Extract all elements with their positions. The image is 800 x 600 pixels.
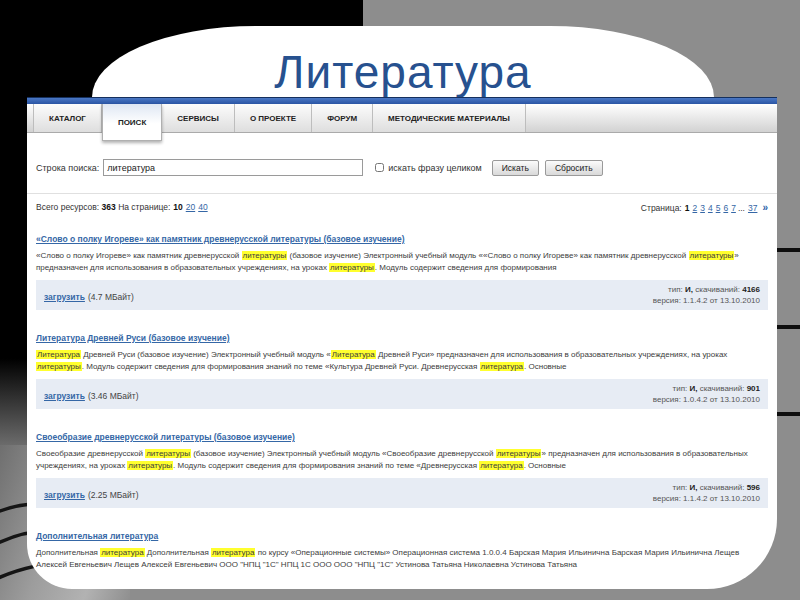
per-page-label: На странице: [118,202,170,212]
download-link[interactable]: загрузить [44,391,85,401]
reset-button[interactable]: Сбросить [545,160,603,176]
per-page-option[interactable]: 40 [198,202,207,212]
search-label: Строка поиска: [36,163,99,173]
search-term-highlight: литература [480,362,524,371]
page-link-last[interactable]: 37 [748,203,757,213]
total-label: Всего ресурсов: [36,202,99,212]
page-link[interactable]: 5 [716,203,721,213]
nav-tab[interactable]: КАТАЛОГ [33,104,102,132]
nav-tab[interactable]: ФОРУМ [312,104,373,132]
divider [27,193,777,194]
search-result: Дополнительная литератураДополнительная … [36,525,768,571]
results-meta-row: Всего ресурсов: 363 На странице:102040 С… [36,202,768,213]
download-link[interactable]: загрузить [44,490,85,500]
type-value: И, [685,285,693,294]
result-version: версия: 1.1.4.2 от 13.10.2010 [653,295,760,306]
highlighted-text: Литература Древней Руси (базовое изучени… [36,350,727,371]
result-title-link[interactable]: Своеобразие древнерусской литературы (ба… [36,432,295,442]
per-page-current: 10 [173,202,182,212]
per-page-options: 102040 [170,202,207,212]
site-tab-bar: КАТАЛОГПОИСКСЕРВИСЫО ПРОЕКТЕФОРУММЕТОДИЧ… [27,104,777,133]
search-term-highlight: литературы [127,461,173,470]
pagination: Страница:1234567...37» [641,202,768,213]
search-row: Строка поиска: искать фразу целиком Иска… [36,159,768,176]
page-link[interactable]: 6 [723,203,728,213]
search-term-highlight: литературы [145,449,191,458]
search-input[interactable] [103,159,363,176]
presentation-slide: Литература КАТАЛОГПОИСКСЕРВИСЫО ПРОЕКТЕФ… [0,0,800,600]
result-type-downloads: тип: И, скачиваний: 4166 [653,284,760,295]
file-size: (4.7 МБайт) [88,292,134,302]
type-value: И, [689,483,697,492]
result-title-link[interactable]: Литература Древней Руси (базовое изучени… [36,333,229,343]
highlighted-text: Дополнительная литература Дополнительная… [36,548,739,569]
total-count: 363 [102,202,116,212]
result-footer: загрузить(4.7 МБайт)тип: И, скачиваний: … [36,280,768,310]
page-title: Литература [274,49,531,97]
background-line [775,412,800,416]
website-screenshot-panel: КАТАЛОГПОИСКСЕРВИСЫО ПРОЕКТЕФОРУММЕТОДИЧ… [27,97,777,589]
download-area: загрузить(3.46 МБайт) [44,385,139,403]
nav-tab[interactable]: ПОИСК [102,104,162,141]
type-value: И, [689,384,697,393]
result-type-downloads: тип: И, скачиваний: 901 [653,383,760,394]
result-version: версия: 1.0.4.2 от 13.10.2010 [653,394,760,405]
nav-tab[interactable]: О ПРОЕКТЕ [235,104,312,132]
result-description: «Слово о полку Игореве» как памятник дре… [36,250,768,274]
page-link[interactable]: 7 [731,203,736,213]
result-description: Своеобразие древнерусской литературы (ба… [36,448,768,472]
result-type-downloads: тип: И, скачиваний: 596 [653,482,760,493]
title-bubble: Литература [92,26,714,97]
whole-phrase-checkbox[interactable] [375,163,384,172]
search-button[interactable]: Искать [492,160,539,176]
downloads-count: 901 [747,384,760,393]
pagination-ellipsis: ... [738,203,745,213]
result-description: Литература Древней Руси (базовое изучени… [36,349,768,373]
search-term-highlight: литературы [689,251,735,260]
downloads-count: 596 [747,483,760,492]
result-version: версия: 1.1.4.2 от 13.10.2010 [653,493,760,504]
search-result: «Слово о полку Игореве» как памятник дре… [36,228,768,310]
nav-tab[interactable]: СЕРВИСЫ [162,104,235,132]
download-area: загрузить(2.25 МБайт) [44,484,139,502]
search-term-highlight: литература [100,548,144,557]
result-footer: загрузить(2.25 МБайт)тип: И, скачиваний:… [36,478,768,508]
result-footer: загрузить(3.46 МБайт)тип: И, скачиваний:… [36,379,768,409]
search-result: Литература Древней Руси (базовое изучени… [36,327,768,409]
next-pages-icon[interactable]: » [762,202,768,213]
search-term-highlight: Литература [331,350,376,359]
page-current: 1 [685,203,690,213]
file-size: (3.46 МБайт) [88,391,139,401]
result-meta: тип: И, скачиваний: 4166версия: 1.1.4.2 … [653,284,760,306]
background-left-strip [0,0,28,448]
search-results-list: «Слово о полку Игореве» как памятник дре… [36,228,768,588]
file-size: (2.25 МБайт) [88,490,139,500]
search-term-highlight: литературы [329,263,375,272]
results-summary: Всего ресурсов: 363 На странице:102040 [36,202,208,213]
result-meta: тип: И, скачиваний: 901версия: 1.0.4.2 о… [653,383,760,405]
pagination-pages: 1234567...37» [682,203,768,213]
result-title-link[interactable]: Дополнительная литература [36,531,158,541]
search-term-highlight: литература [479,461,523,470]
result-title-link[interactable]: «Слово о полку Игореве» как памятник дре… [36,234,405,244]
result-meta: тип: И, скачиваний: 596версия: 1.1.4.2 о… [653,482,760,504]
page-link[interactable]: 2 [692,203,697,213]
search-term-highlight: литературы [242,251,288,260]
page-link[interactable]: 3 [700,203,705,213]
download-link[interactable]: загрузить [44,292,85,302]
download-area: загрузить(4.7 МБайт) [44,286,134,304]
per-page-option[interactable]: 20 [186,202,195,212]
highlighted-text: Своеобразие древнерусской литературы (ба… [36,449,748,470]
search-result: Своеобразие древнерусской литературы (ба… [36,426,768,508]
search-term-highlight: литература [211,548,255,557]
background-line [775,248,800,252]
downloads-count: 4166 [742,285,760,294]
nav-tab[interactable]: МЕТОДИЧЕСКИЕ МАТЕРИАЛЫ [373,104,526,132]
page-link[interactable]: 4 [708,203,713,213]
background-line [775,325,800,329]
search-term-highlight: литературы [496,449,542,458]
search-term-highlight: Литература [36,350,81,359]
pagination-label: Страница: [641,203,682,213]
site-header-bar [27,97,777,104]
result-description: Дополнительная литература Дополнительная… [36,547,768,571]
